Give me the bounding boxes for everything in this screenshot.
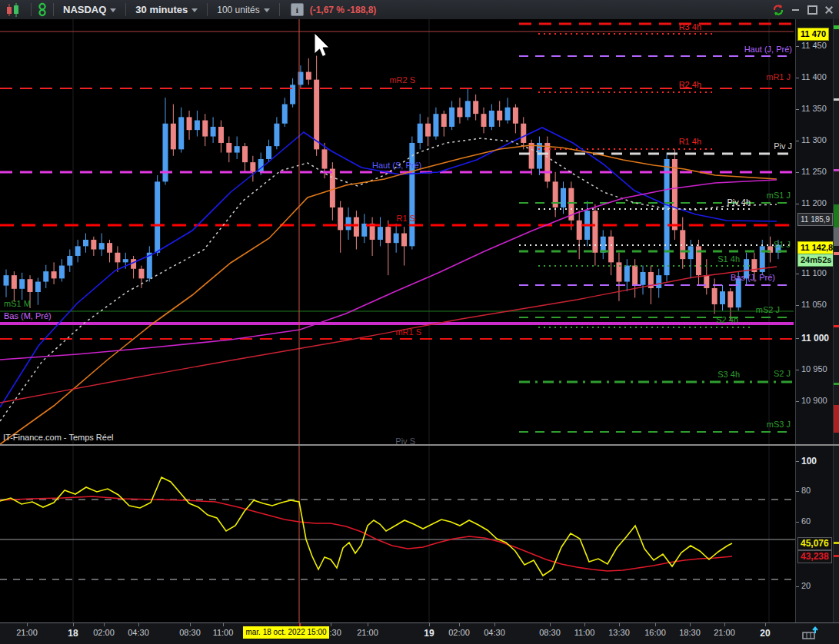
main-chart-pane[interactable]: R3 4hHaut (J, Pré)mR2 SmR1 JR2 4hR1 4hPi… <box>0 19 795 446</box>
candle-body <box>672 159 678 230</box>
candle-body <box>138 269 144 279</box>
level-label: S2 4h <box>716 315 738 324</box>
time-label: 20 <box>760 628 770 639</box>
axis-tick <box>796 338 799 339</box>
level-label: mS1 J <box>767 191 791 200</box>
prior-close-box: 11 185,9 <box>797 213 833 226</box>
stoch-tick-label: 80 <box>801 486 811 495</box>
level-label: R1 4h <box>679 137 701 146</box>
axis-tick <box>796 78 799 78</box>
cursor-date-box: mar. 18 oct. 2022 15:00 <box>243 626 329 639</box>
candle-body <box>91 240 96 250</box>
instrument-dropdown[interactable]: NASDAQ <box>58 4 121 15</box>
candle-body <box>274 124 279 146</box>
scale-marker <box>834 405 839 433</box>
time-label: 16:00 <box>644 628 666 637</box>
pane-separator[interactable] <box>0 444 839 446</box>
axis-tick <box>796 46 799 47</box>
candle-body <box>242 146 248 162</box>
price-tick-label: 11 050 <box>801 300 827 309</box>
candle-body <box>473 101 478 114</box>
candle-body <box>52 271 57 278</box>
candle-body <box>235 146 240 152</box>
time-label: 08:30 <box>539 628 561 637</box>
price-tick-label: 11 200 <box>801 198 827 207</box>
candle-body <box>449 108 454 127</box>
level-label: mR2 S <box>389 75 415 85</box>
price-tick-label: 11 450 <box>801 41 827 50</box>
candle-body <box>211 127 216 137</box>
candle-body <box>632 266 638 285</box>
watermark-label: IT-Finance.com - Temps Réel <box>3 433 113 442</box>
level-label: Bas (M, Pré) <box>4 311 52 320</box>
price-axis[interactable]: 11 45011 40011 35011 30011 25011 20011 1… <box>795 19 834 622</box>
candle-body <box>425 124 431 137</box>
instrument-label: NASDAQ <box>63 4 106 15</box>
candle-body <box>306 72 311 80</box>
time-tick <box>223 623 224 626</box>
mouse-cursor <box>315 33 329 57</box>
candle-body <box>577 221 582 240</box>
time-label: 19 <box>424 628 434 639</box>
candle-body <box>616 262 621 281</box>
axis-tick <box>796 522 799 523</box>
axis-tick <box>796 204 799 204</box>
scale-marker <box>834 227 839 246</box>
candle-body <box>433 114 438 136</box>
candle-body <box>624 266 630 282</box>
maximize-button[interactable] <box>805 4 819 16</box>
bar-countdown-box: 24m52s <box>797 254 834 267</box>
time-tick <box>73 623 74 626</box>
close-button[interactable] <box>822 4 836 16</box>
candle-body <box>178 117 184 149</box>
minimize-button[interactable] <box>788 4 802 16</box>
candle-body <box>481 114 487 127</box>
time-label: 04:30 <box>484 628 505 637</box>
candle-body <box>322 149 328 168</box>
time-label: 18:30 <box>679 628 701 637</box>
candle-body <box>505 108 511 121</box>
candle-body <box>67 256 72 266</box>
candle-body <box>497 111 502 121</box>
level-label: R2 4h <box>679 80 701 89</box>
time-label: 21:00 <box>357 628 378 637</box>
candle-body <box>83 240 88 246</box>
level-label: mS1 M <box>4 299 31 308</box>
candle-body <box>4 275 9 285</box>
time-tick <box>494 623 495 626</box>
scale-marker <box>834 252 839 255</box>
timeframe-dropdown[interactable]: 30 minutes <box>131 4 202 15</box>
candle-body <box>35 282 41 292</box>
level-label: mS2 J <box>756 305 780 314</box>
level-label: Haut (J, Pré) <box>744 45 792 54</box>
calendar-range-icon[interactable] <box>802 626 819 640</box>
candle-body <box>202 121 208 137</box>
time-tick <box>138 623 139 626</box>
axis-tick <box>796 172 799 173</box>
candle-body <box>656 275 661 288</box>
session-high-box: 11 470 <box>797 28 829 41</box>
level-label: mR1 J <box>766 72 791 81</box>
candle-body <box>226 143 231 153</box>
time-axis[interactable]: mar. 18 oct. 2022 15:00 21:001802:0004:3… <box>0 622 839 644</box>
candle-body <box>409 143 415 246</box>
scale-strip[interactable] <box>833 19 839 622</box>
candle-body <box>457 108 462 118</box>
price-tick-label: 11 400 <box>801 72 827 81</box>
candle-body <box>385 227 391 243</box>
stochastic-pane[interactable] <box>0 446 795 622</box>
info-icon[interactable]: i <box>291 3 304 16</box>
time-tick <box>724 623 725 626</box>
candle-body <box>115 253 120 263</box>
candle-body <box>401 234 407 247</box>
refresh-icon[interactable] <box>771 4 785 16</box>
level-label: Bas (J, Pré) <box>731 273 775 282</box>
candle-body <box>99 243 105 249</box>
link-icon[interactable] <box>36 2 48 17</box>
candle-body <box>330 169 335 207</box>
level-label: mS3 J <box>767 420 791 429</box>
stoch-k-value-box: 45,076 <box>797 537 832 550</box>
candle-body <box>354 217 359 237</box>
time-tick <box>459 623 460 626</box>
units-dropdown[interactable]: 100 unités <box>212 5 274 15</box>
